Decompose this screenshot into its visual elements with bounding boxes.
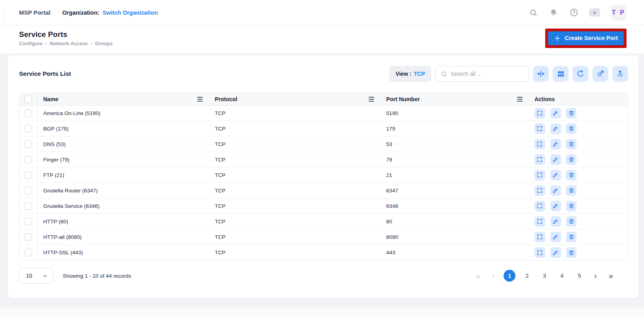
cell-protocol: TCP: [209, 188, 381, 194]
breadcrumb-item-configure[interactable]: Configure: [19, 41, 42, 46]
expand-row-icon[interactable]: [534, 247, 545, 258]
create-service-port-button[interactable]: Create Service Port: [548, 31, 624, 45]
row-checkbox[interactable]: [25, 249, 32, 256]
table-row: BGP (179) TCP 179: [19, 121, 628, 136]
column-menu-icon[interactable]: [517, 97, 523, 101]
search-input[interactable]: [451, 71, 524, 77]
table-row: FTP (21) TCP 21: [19, 167, 628, 183]
user-avatar[interactable]: T P: [611, 5, 627, 21]
column-menu-icon[interactable]: [369, 97, 374, 101]
notifications-icon[interactable]: [549, 8, 558, 17]
row-checkbox[interactable]: [25, 171, 32, 179]
page-number-button[interactable]: 4: [556, 270, 568, 282]
expand-row-icon[interactable]: [534, 170, 545, 181]
table-row: America On-Line (5190) TCP 5190: [19, 106, 628, 121]
breadcrumb-item-network-access[interactable]: Network Access: [50, 41, 88, 46]
search-icon: [440, 71, 447, 77]
row-checkbox[interactable]: [25, 110, 32, 117]
page-size-select[interactable]: 10: [19, 268, 53, 284]
export-icon[interactable]: [612, 66, 628, 82]
expand-row-icon[interactable]: [534, 185, 545, 196]
expand-row-icon[interactable]: [534, 232, 545, 242]
cell-protocol: TCP: [209, 219, 381, 225]
edit-icon[interactable]: [550, 201, 561, 211]
breadcrumb-separator: -: [45, 41, 47, 46]
edit-icon[interactable]: [550, 247, 561, 258]
previous-page-button[interactable]: ‹: [489, 272, 498, 280]
delete-icon[interactable]: [566, 185, 577, 196]
row-checkbox[interactable]: [25, 140, 32, 148]
next-page-button[interactable]: ›: [591, 272, 600, 280]
expand-row-icon[interactable]: [534, 216, 545, 227]
edit-icon[interactable]: [550, 185, 561, 196]
delete-icon[interactable]: [566, 216, 577, 227]
edit-icon[interactable]: [550, 170, 561, 181]
edit-icon[interactable]: [550, 232, 561, 242]
page-number-button[interactable]: 5: [573, 270, 585, 282]
help-icon[interactable]: ?: [569, 8, 579, 17]
cell-actions: [529, 123, 628, 134]
cell-actions: [529, 154, 628, 165]
columns-icon[interactable]: [553, 66, 569, 82]
search-icon[interactable]: [529, 8, 538, 17]
row-checkbox[interactable]: [25, 202, 32, 210]
app-title: MSP Portal: [19, 9, 50, 16]
edit-icon[interactable]: [550, 108, 561, 119]
row-checkbox-cell: [19, 136, 38, 152]
cell-name: DNS (53): [38, 141, 209, 147]
delete-icon[interactable]: [566, 247, 577, 258]
breadcrumb-separator: -: [90, 41, 92, 46]
delete-icon[interactable]: [566, 154, 577, 165]
row-checkbox[interactable]: [25, 156, 32, 163]
expand-row-icon[interactable]: [534, 201, 545, 211]
delete-icon[interactable]: [566, 139, 577, 150]
edit-icon[interactable]: [550, 154, 561, 165]
delete-icon[interactable]: [566, 170, 577, 181]
select-all-checkbox[interactable]: [25, 96, 32, 103]
table-row: Gnutella Service (6346) TCP 6346: [19, 198, 628, 214]
row-checkbox[interactable]: [25, 218, 32, 225]
row-checkbox[interactable]: [25, 233, 32, 241]
delete-icon[interactable]: [566, 201, 577, 211]
cell-actions: [529, 232, 628, 242]
view-filter-button[interactable]: View : TCP: [389, 66, 431, 82]
delete-icon[interactable]: [566, 123, 577, 134]
column-menu-icon[interactable]: [197, 97, 203, 101]
collapse-columns-icon[interactable]: [533, 66, 549, 82]
expand-row-icon[interactable]: [534, 139, 545, 150]
page-number-button[interactable]: 2: [521, 270, 533, 282]
row-checkbox[interactable]: [25, 125, 32, 133]
row-checkbox-cell: [19, 229, 38, 244]
refresh-icon[interactable]: [573, 66, 588, 82]
expand-row-icon[interactable]: [534, 123, 545, 134]
sidebar-collapse-handle[interactable]: [0, 8, 4, 22]
page-header: Service Ports Configure - Network Access…: [0, 25, 644, 53]
switch-organization-link[interactable]: Switch Organization: [102, 10, 158, 16]
breadcrumb-item-groups[interactable]: Groups: [95, 41, 113, 46]
cell-port-number: 6347: [381, 188, 529, 194]
expand-row-icon[interactable]: [534, 154, 545, 165]
edit-icon[interactable]: [550, 139, 561, 150]
first-page-button[interactable]: «: [473, 272, 483, 280]
topbar: MSP Portal Organization: Switch Organiza…: [0, 0, 644, 25]
delete-icon[interactable]: [566, 232, 577, 242]
page-content: Service Ports List View : TCP: [0, 53, 644, 307]
view-filter-value: TCP: [414, 71, 425, 77]
last-page-button[interactable]: »: [606, 272, 616, 280]
delete-icon[interactable]: [566, 108, 577, 119]
edit-icon[interactable]: [550, 216, 561, 227]
row-checkbox-cell: [19, 214, 38, 229]
column-header-name: Name: [38, 96, 209, 102]
cell-name: BGP (179): [38, 126, 209, 132]
row-checkbox[interactable]: [25, 187, 32, 194]
page-number-button[interactable]: 1: [504, 270, 515, 282]
edit-icon[interactable]: [550, 123, 561, 134]
page-number-button[interactable]: 3: [538, 270, 550, 282]
cell-protocol: TCP: [209, 157, 381, 163]
cell-actions: [529, 247, 628, 258]
video-tutorial-icon[interactable]: [589, 8, 600, 17]
service-ports-card: Service Ports List View : TCP: [8, 56, 638, 298]
open-external-icon[interactable]: [592, 66, 608, 82]
cell-actions: [529, 170, 628, 181]
expand-row-icon[interactable]: [534, 108, 545, 119]
